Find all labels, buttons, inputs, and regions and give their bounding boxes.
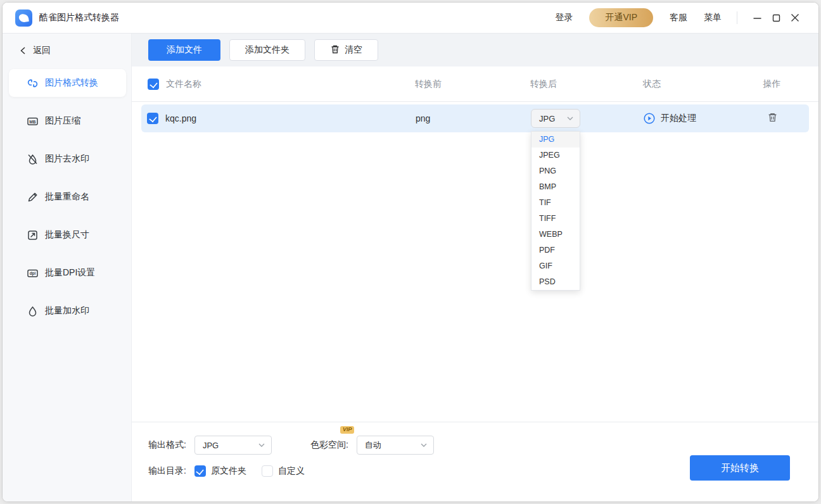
- sidebar-item-resize[interactable]: 批量换尺寸: [9, 221, 126, 249]
- add-file-button[interactable]: 添加文件: [148, 39, 220, 61]
- menu-link[interactable]: 菜单: [704, 12, 722, 23]
- chevron-down-icon: [421, 443, 427, 447]
- color-space-group: VIP 色彩空间: 自动: [310, 436, 434, 455]
- dropdown-option-bmp[interactable]: BMP: [531, 179, 580, 195]
- table-header: 文件名称 转换前 转换后 状态 操作: [132, 66, 818, 102]
- app-title: 酷雀图片格式转换器: [39, 12, 119, 23]
- sidebar-item-dpi[interactable]: dpi 批量DPI设置: [9, 259, 126, 287]
- dropdown-option-psd[interactable]: PSD: [531, 274, 580, 290]
- status-text: 开始处理: [661, 113, 696, 124]
- dropdown-option-jpeg[interactable]: JPEG: [531, 148, 580, 163]
- svg-text:dpi: dpi: [30, 271, 36, 276]
- titlebar-divider: [737, 11, 737, 24]
- sidebar-item-format-convert[interactable]: 图片格式转换: [9, 69, 126, 97]
- customer-service-link[interactable]: 客服: [670, 12, 687, 23]
- target-format-select[interactable]: JPG: [531, 109, 580, 128]
- chevron-down-icon: [258, 443, 265, 447]
- remove-watermark-icon: [27, 153, 39, 165]
- trash-icon: [767, 112, 778, 123]
- format-dropdown: JPG JPEG PNG BMP TIF TIFF WEBP PDF GIF P…: [531, 131, 580, 291]
- color-space-value: 自动: [365, 439, 416, 451]
- dir-original-checkbox[interactable]: [194, 465, 206, 477]
- chevron-down-icon: [567, 117, 573, 120]
- file-list-empty-area: [132, 132, 818, 422]
- minimize-button[interactable]: [748, 8, 767, 27]
- sidebar-item-label: 批量加水印: [45, 305, 89, 317]
- select-all-checkbox[interactable]: [148, 79, 159, 90]
- sidebar-item-label: 批量重命名: [45, 191, 89, 203]
- sidebar-item-label: 批量DPI设置: [45, 267, 95, 279]
- login-link[interactable]: 登录: [555, 12, 573, 23]
- format-convert-icon: [27, 77, 39, 89]
- column-header-before: 转换前: [415, 79, 530, 90]
- open-vip-button[interactable]: 开通VIP: [589, 8, 653, 27]
- clear-button[interactable]: 清空: [314, 39, 378, 61]
- dropdown-option-gif[interactable]: GIF: [531, 258, 580, 274]
- app-logo-icon: [15, 9, 32, 27]
- chevron-left-icon: [19, 46, 27, 55]
- sidebar-item-label: 图片格式转换: [45, 77, 98, 89]
- process-action[interactable]: 开始处理: [644, 113, 736, 124]
- row-checkbox[interactable]: [147, 113, 158, 124]
- dir-custom-option[interactable]: 自定义: [262, 465, 305, 477]
- add-folder-button[interactable]: 添加文件夹: [229, 39, 305, 61]
- footer-panel: 输出格式: JPG VIP 色彩空间: 自动 输: [132, 422, 818, 501]
- sidebar-item-label: 图片压缩: [45, 115, 80, 127]
- output-format-select[interactable]: JPG: [194, 436, 272, 455]
- column-header-name: 文件名称: [166, 79, 201, 90]
- mb-compress-icon: MB: [27, 115, 39, 127]
- maximize-button[interactable]: [767, 8, 786, 27]
- main-panel: 添加文件 添加文件夹 清空 文件名称 转换前 转换后 状: [132, 34, 818, 501]
- output-format-row: 输出格式: JPG VIP 色彩空间: 自动: [148, 436, 818, 455]
- play-circle-icon: [644, 113, 655, 124]
- sidebar-item-compress[interactable]: MB 图片压缩: [9, 107, 126, 135]
- sidebar-item-add-watermark[interactable]: 批量加水印: [9, 297, 126, 325]
- vip-badge: VIP: [340, 426, 355, 434]
- dropdown-option-tiff[interactable]: TIFF: [531, 211, 580, 227]
- dropdown-option-jpg[interactable]: JPG: [531, 132, 580, 148]
- dropdown-option-tif[interactable]: TIF: [531, 195, 580, 211]
- svg-text:MB: MB: [29, 119, 35, 123]
- dropdown-option-webp[interactable]: WEBP: [531, 227, 580, 243]
- minimize-icon: [753, 13, 762, 23]
- clear-label: 清空: [345, 44, 362, 56]
- target-format-value: JPG: [539, 114, 562, 123]
- back-button[interactable]: 返回: [3, 37, 131, 64]
- dir-original-option[interactable]: 原文件夹: [194, 465, 246, 477]
- dir-custom-label: 自定义: [278, 465, 305, 477]
- before-format: png: [416, 113, 531, 123]
- color-space-label: 色彩空间:: [310, 439, 348, 451]
- close-icon: [790, 13, 800, 23]
- sidebar-item-remove-watermark[interactable]: 图片去水印: [9, 145, 126, 173]
- back-label: 返回: [33, 45, 51, 56]
- sidebar-item-label: 图片去水印: [45, 153, 89, 165]
- sidebar: 返回 图片格式转换 MB 图片压缩: [3, 34, 132, 501]
- delete-row-button[interactable]: [767, 112, 778, 125]
- output-format-value: JPG: [203, 441, 253, 450]
- color-space-select[interactable]: 自动: [357, 436, 434, 455]
- column-header-action: 操作: [735, 79, 808, 90]
- dropdown-option-pdf[interactable]: PDF: [531, 243, 580, 258]
- output-dir-label: 输出目录:: [148, 465, 186, 477]
- resize-icon: [27, 229, 39, 241]
- titlebar-actions: 登录 开通VIP 客服 菜单: [555, 8, 805, 27]
- file-name: kqc.png: [165, 113, 196, 123]
- dpi-icon: dpi: [27, 267, 39, 279]
- trash-icon: [330, 44, 340, 56]
- sidebar-item-rename[interactable]: 批量重命名: [9, 183, 126, 211]
- dropdown-option-png[interactable]: PNG: [531, 163, 580, 179]
- toolbar: 添加文件 添加文件夹 清空: [132, 34, 818, 66]
- dir-original-label: 原文件夹: [211, 465, 246, 477]
- dir-custom-checkbox[interactable]: [262, 465, 273, 477]
- title-bar: 酷雀图片格式转换器 登录 开通VIP 客服 菜单: [3, 3, 818, 34]
- app-window: 酷雀图片格式转换器 登录 开通VIP 客服 菜单 返回: [2, 2, 819, 502]
- column-header-after: 转换后: [530, 79, 643, 90]
- start-convert-button[interactable]: 开始转换: [690, 455, 790, 481]
- add-watermark-icon: [27, 305, 39, 317]
- sidebar-item-label: 批量换尺寸: [45, 229, 89, 241]
- table-row: kqc.png png JPG JPG JPEG PNG BMP: [141, 104, 809, 132]
- close-button[interactable]: [786, 8, 805, 27]
- output-format-label: 输出格式:: [148, 439, 186, 451]
- column-header-status: 状态: [643, 79, 735, 90]
- rename-pencil-icon: [27, 191, 39, 203]
